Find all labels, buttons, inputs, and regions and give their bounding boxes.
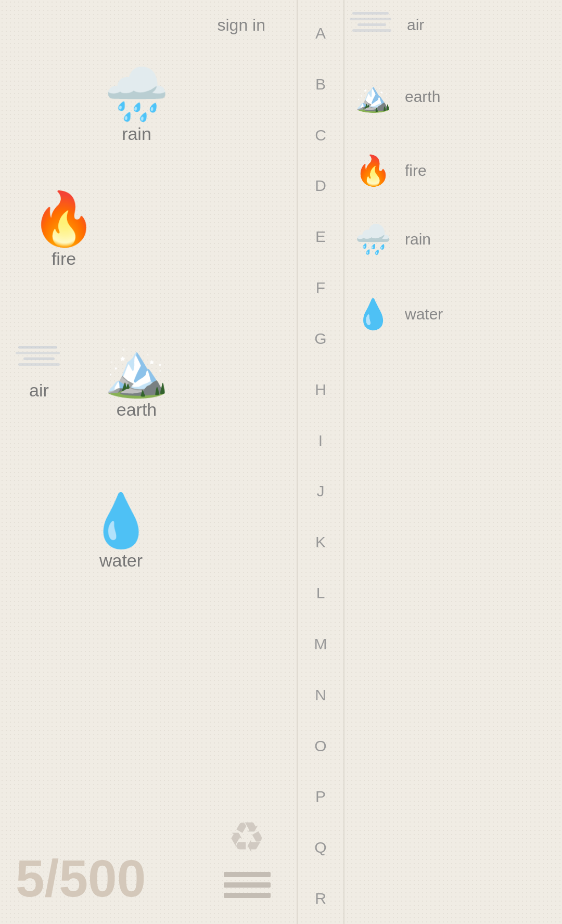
alpha-Q[interactable]: Q: [298, 822, 343, 873]
progress-counter: 5/500: [16, 849, 146, 908]
alpha-L[interactable]: L: [298, 568, 343, 619]
match-air[interactable]: air: [350, 9, 424, 41]
fire-match-emoji: 🔥: [350, 156, 397, 185]
alpha-F[interactable]: F: [298, 262, 343, 313]
air-label: air: [29, 380, 49, 401]
alpha-B[interactable]: B: [298, 59, 343, 110]
rain-label: rain: [122, 124, 151, 144]
match-rain[interactable]: 🌧️ rain: [350, 225, 431, 254]
menu-line-2: [224, 882, 271, 888]
air-match-label: air: [407, 16, 424, 34]
fire-emoji: 🔥: [31, 192, 96, 245]
menu-line-1: [224, 872, 271, 877]
air-visual: [16, 343, 62, 372]
match-earth[interactable]: 🏔️ earth: [350, 82, 440, 111]
alpha-M[interactable]: M: [298, 619, 343, 670]
rain-match-label: rain: [405, 230, 431, 248]
earth-match-label: earth: [405, 88, 440, 106]
alpha-R[interactable]: R: [298, 873, 343, 924]
alpha-I[interactable]: I: [298, 415, 343, 466]
alpha-A[interactable]: A: [298, 8, 343, 59]
alpha-E[interactable]: E: [298, 211, 343, 262]
menu-line-3: [224, 893, 271, 898]
alpha-O[interactable]: O: [298, 721, 343, 772]
match-water[interactable]: 💧 water: [350, 300, 443, 329]
element-earth[interactable]: 🏔️ earth: [104, 343, 169, 420]
right-matches-panel: air 🏔️ earth 🔥 fire 🌧️ rain 💧 water: [344, 0, 562, 924]
element-air[interactable]: air: [16, 343, 62, 401]
alpha-H[interactable]: H: [298, 364, 343, 415]
element-rain[interactable]: 🌧️ rain: [104, 68, 169, 144]
water-match-emoji: 💧: [350, 300, 397, 329]
alphabet-sidebar: A B C D E F G H I J K L M N O P Q R: [298, 0, 343, 924]
menu-button[interactable]: [224, 872, 271, 898]
rain-match-emoji: 🌧️: [350, 225, 397, 254]
water-match-label: water: [405, 305, 443, 323]
alpha-D[interactable]: D: [298, 160, 343, 211]
element-fire[interactable]: 🔥 fire: [31, 192, 96, 269]
air-match-visual: [350, 9, 397, 41]
alpha-P[interactable]: P: [298, 771, 343, 822]
water-emoji: 💧: [88, 494, 154, 546]
rain-emoji: 🌧️: [104, 68, 169, 120]
fire-match-label: fire: [405, 162, 427, 179]
alpha-G[interactable]: G: [298, 313, 343, 364]
earth-label: earth: [117, 400, 157, 420]
water-label: water: [99, 550, 143, 571]
recycle-icon[interactable]: ♻: [228, 813, 265, 862]
fire-label: fire: [52, 249, 76, 269]
alpha-N[interactable]: N: [298, 670, 343, 721]
earth-match-emoji: 🏔️: [350, 82, 397, 111]
alpha-J[interactable]: J: [298, 466, 343, 517]
element-water[interactable]: 💧 water: [88, 494, 154, 571]
alpha-C[interactable]: C: [298, 110, 343, 161]
sign-in-link[interactable]: sign in: [218, 16, 266, 35]
alpha-K[interactable]: K: [298, 517, 343, 568]
earth-emoji: 🏔️: [104, 343, 169, 395]
match-fire[interactable]: 🔥 fire: [350, 156, 427, 185]
